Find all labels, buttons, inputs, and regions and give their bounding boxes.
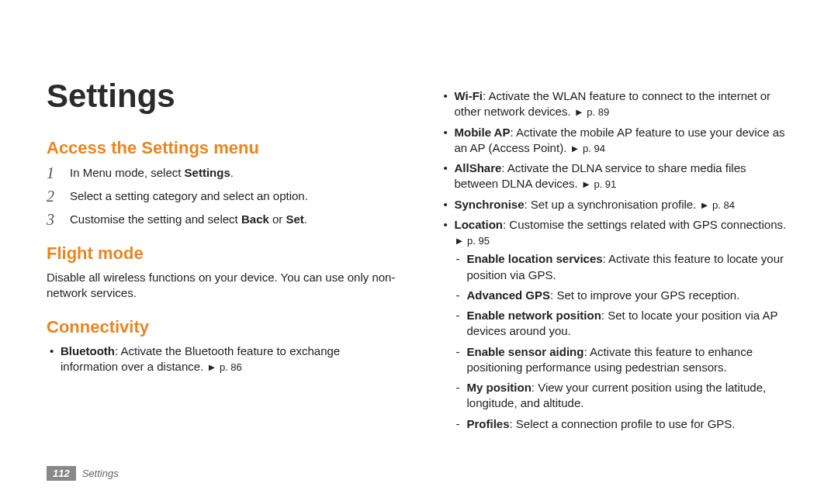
connectivity-list-right: Wi-Fi: Activate the WLAN feature to conn… bbox=[441, 88, 792, 432]
flight-mode-body: Disable all wireless functions on your d… bbox=[47, 270, 398, 302]
list-item: Profiles: Select a connection profile to… bbox=[455, 416, 792, 432]
list-item: Synchronise: Set up a synchronisation pr… bbox=[441, 197, 792, 212]
left-column: Settings Access the Settings menu 1 In M… bbox=[47, 39, 398, 452]
list-item: Enable network position: Set to locate y… bbox=[455, 308, 792, 340]
list-item: Enable location services: Activate this … bbox=[455, 251, 792, 283]
step-item: 2 Select a setting category and select a… bbox=[47, 188, 398, 205]
list-item: My position: View your current position … bbox=[455, 380, 792, 412]
page-ref: ► p. 84 bbox=[700, 199, 735, 211]
steps-list: 1 In Menu mode, select Settings. 2 Selec… bbox=[47, 164, 398, 228]
list-item: AllShare: Activate the DLNA service to s… bbox=[441, 161, 792, 192]
right-column: Wi-Fi: Activate the WLAN feature to conn… bbox=[441, 39, 792, 452]
list-item: Wi-Fi: Activate the WLAN feature to conn… bbox=[441, 88, 792, 120]
page-ref: ► p. 91 bbox=[581, 178, 616, 190]
step-text: Select a setting category and select an … bbox=[70, 188, 308, 205]
list-item: Enable sensor aiding: Activate this feat… bbox=[455, 344, 792, 376]
list-item: Advanced GPS: Set to improve your GPS re… bbox=[455, 288, 792, 303]
page-ref: ► p. 94 bbox=[570, 143, 604, 154]
section-heading-flight: Flight mode bbox=[47, 243, 398, 264]
page-ref: ► p. 86 bbox=[206, 361, 241, 373]
step-number: 3 bbox=[47, 211, 59, 228]
page-number: 112 bbox=[47, 466, 76, 481]
manual-page: Settings Access the Settings menu 1 In M… bbox=[0, 0, 838, 504]
connectivity-list-left: Bluetooth: Activate the Bluetooth featur… bbox=[47, 343, 398, 375]
step-number: 1 bbox=[47, 164, 59, 181]
page-ref: ► p. 89 bbox=[574, 106, 609, 118]
step-text: In Menu mode, select Settings. bbox=[70, 164, 234, 181]
section-heading-connectivity: Connectivity bbox=[47, 317, 398, 337]
step-item: 3 Customise the setting and select Back … bbox=[47, 211, 398, 228]
list-item: Mobile AP: Activate the mobile AP featur… bbox=[441, 125, 792, 157]
page-title: Settings bbox=[47, 78, 398, 115]
list-item: Bluetooth: Activate the Bluetooth featur… bbox=[47, 343, 398, 375]
section-heading-access: Access the Settings menu bbox=[47, 138, 398, 158]
list-item: Location: Customise the settings related… bbox=[441, 217, 792, 432]
two-column-layout: Settings Access the Settings menu 1 In M… bbox=[47, 39, 791, 452]
step-item: 1 In Menu mode, select Settings. bbox=[47, 164, 398, 181]
page-ref: ► p. 95 bbox=[455, 235, 490, 247]
location-sublist: Enable location services: Activate this … bbox=[455, 251, 792, 432]
step-text: Customise the setting and select Back or… bbox=[70, 211, 307, 228]
step-number: 2 bbox=[47, 188, 59, 205]
page-footer: 112 Settings bbox=[47, 466, 791, 481]
footer-section-label: Settings bbox=[82, 468, 119, 479]
